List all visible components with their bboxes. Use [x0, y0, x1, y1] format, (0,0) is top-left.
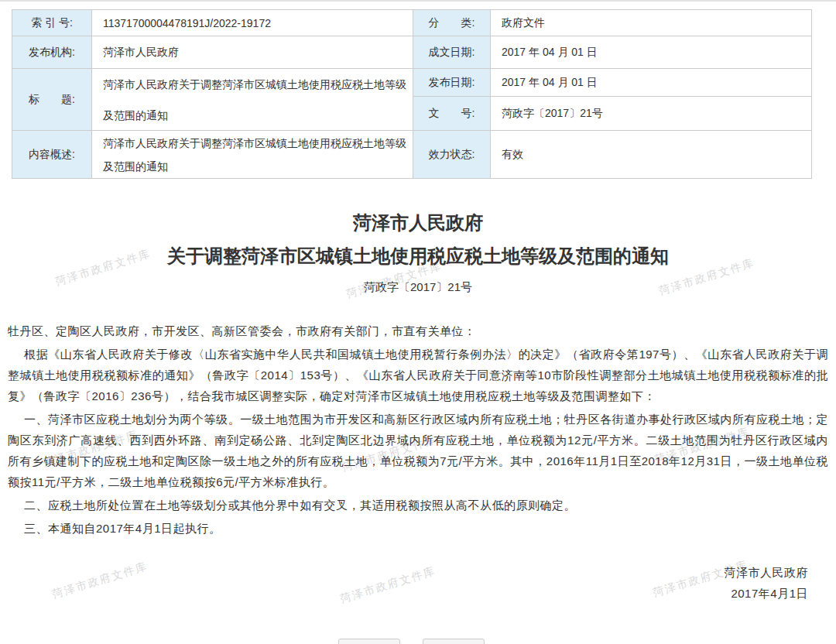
summary-label: 内容概述:: [12, 131, 92, 179]
metadata-table-right: 分 类: 政府文件 成文日期: 2017 年 04 月 01 日 发布日期: 2…: [413, 10, 812, 179]
validity-status-value: 有效: [491, 131, 812, 179]
category-label: 分 类:: [413, 10, 491, 36]
title-value: 菏泽市人民政府关于调整菏泽市区城镇土地使用税应税土地等级及范围的通知: [92, 69, 413, 131]
doc-number-value: 菏政字〔2017〕21号: [491, 97, 812, 131]
doc-number-label: 文 号:: [413, 97, 491, 131]
title-label: 标 题:: [12, 69, 92, 131]
document-title-org: 菏泽市人民政府: [0, 206, 836, 239]
index-number-label: 索 引 号:: [12, 10, 92, 36]
index-number-value: 11371700004478191J/2022-19172: [92, 10, 413, 36]
signature-org: 菏泽市人民政府: [8, 562, 808, 583]
basis-paragraph: 根据《山东省人民政府关于修改〈山东省实施中华人民共和国城镇土地使用税暂行条例办法…: [8, 344, 828, 406]
document-title-subject: 关于调整菏泽市区城镇土地使用税应税土地等级及范围的通知: [0, 239, 836, 272]
metadata-table-left: 索 引 号: 11371700004478191J/2022-19172 发布机…: [12, 10, 413, 179]
article-2-paragraph: 二、应税土地所处位置在土地等级划分或其他分界中如有交叉，其适用税额按照从高不从低…: [8, 495, 828, 516]
document-body: 牡丹区、定陶区人民政府，市开发区、高新区管委会，市政府有关部门，市直有关单位： …: [8, 320, 828, 604]
bottom-button-right[interactable]: [423, 639, 485, 644]
issuing-agency-value: 菏泽市人民政府: [92, 36, 413, 69]
issuing-agency-label: 发布机构:: [12, 36, 92, 69]
validity-status-label: 效力状态:: [413, 131, 491, 179]
category-value: 政府文件: [491, 10, 812, 36]
page-top-divider: [0, 0, 836, 2]
signature-date: 2017年4月1日: [8, 583, 808, 604]
bottom-button-left[interactable]: [338, 639, 400, 644]
metadata-table: 索 引 号: 11371700004478191J/2022-19172 发布机…: [12, 9, 812, 179]
publish-date-label: 发布日期:: [413, 69, 491, 97]
written-date-value: 2017 年 04 月 01 日: [491, 36, 812, 69]
summary-value: 菏泽市人民政府关于调整菏泽市区城镇土地使用税应税土地等级及范围的通知: [92, 131, 413, 179]
written-date-label: 成文日期:: [413, 36, 491, 69]
document-number: 菏政字〔2017〕21号: [0, 274, 836, 300]
article-1-paragraph: 一、菏泽市区应税土地划分为两个等级。一级土地范围为市开发区和高新区行政区域内所有…: [8, 409, 828, 492]
signature-block: 菏泽市人民政府 2017年4月1日: [8, 562, 828, 604]
article-3-paragraph: 三、本通知自2017年4月1日起执行。: [8, 518, 828, 539]
document-header: 菏泽市人民政府 关于调整菏泽市区城镇土地使用税应税土地等级及范围的通知 菏政字〔…: [0, 206, 836, 300]
salutation-paragraph: 牡丹区、定陶区人民政府，市开发区、高新区管委会，市政府有关部门，市直有关单位：: [8, 320, 828, 341]
publish-date-value: 2017 年 04 月 01 日: [491, 69, 812, 97]
